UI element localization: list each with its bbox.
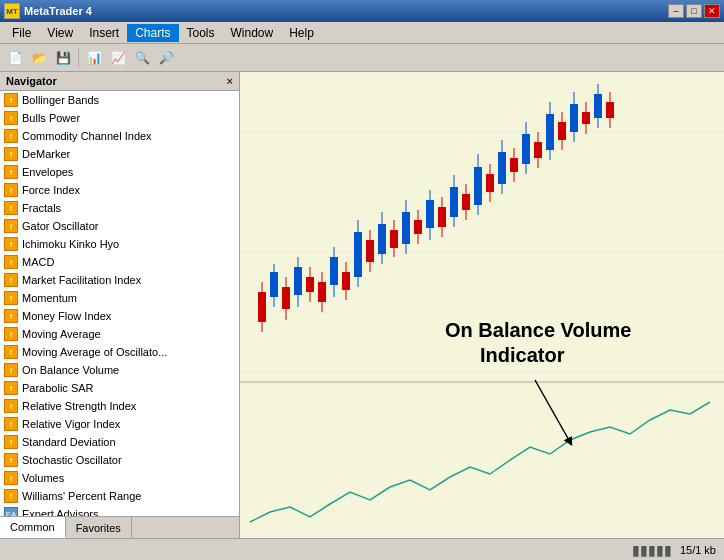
indicator-icon: f xyxy=(4,309,18,323)
indicator-icon: f xyxy=(4,471,18,485)
list-item[interactable]: f Williams' Percent Range xyxy=(0,487,239,505)
menu-help[interactable]: Help xyxy=(281,24,322,42)
nav-item-label: Fractals xyxy=(22,202,61,214)
list-item[interactable]: f Market Facilitation Index xyxy=(0,271,239,289)
nav-item-label: Bollinger Bands xyxy=(22,94,99,106)
list-item[interactable]: f DeMarker xyxy=(0,145,239,163)
nav-item-label: Force Index xyxy=(22,184,80,196)
list-item[interactable]: f Commodity Channel Index xyxy=(0,127,239,145)
menu-window[interactable]: Window xyxy=(223,24,282,42)
list-item[interactable]: EA Expert Advisors xyxy=(0,505,239,516)
nav-item-label: Williams' Percent Range xyxy=(22,490,141,502)
nav-item-label: Envelopes xyxy=(22,166,73,178)
nav-item-label: Moving Average of Oscillato... xyxy=(22,346,167,358)
list-item[interactable]: f Bollinger Bands xyxy=(0,91,239,109)
nav-item-label: Ichimoku Kinko Hyo xyxy=(22,238,119,250)
status-info: 15/1 kb xyxy=(680,544,716,556)
nav-item-label: Gator Oscillator xyxy=(22,220,98,232)
list-item[interactable]: f Force Index xyxy=(0,181,239,199)
toolbar-chart2[interactable]: 📈 xyxy=(107,47,129,69)
title-bar-buttons: – □ ✕ xyxy=(668,4,720,18)
list-item[interactable]: f On Balance Volume xyxy=(0,361,239,379)
list-item[interactable]: f Bulls Power xyxy=(0,109,239,127)
svg-text:Indicator: Indicator xyxy=(480,344,565,366)
toolbar-chart1[interactable]: 📊 xyxy=(83,47,105,69)
navigator-tabs: Common Favorites xyxy=(0,516,239,538)
list-item[interactable]: f Parabolic SAR xyxy=(0,379,239,397)
toolbar-open[interactable]: 📂 xyxy=(28,47,50,69)
nav-item-label: On Balance Volume xyxy=(22,364,119,376)
close-button[interactable]: ✕ xyxy=(704,4,720,18)
list-item[interactable]: f Volumes xyxy=(0,469,239,487)
indicator-icon: f xyxy=(4,111,18,125)
list-item[interactable]: f Fractals xyxy=(0,199,239,217)
list-item[interactable]: f Relative Vigor Index xyxy=(0,415,239,433)
menu-bar: File View Insert Charts Tools Window Hel… xyxy=(0,22,724,44)
list-item[interactable]: f Stochastic Oscillator xyxy=(0,451,239,469)
navigator-title: Navigator xyxy=(6,75,57,87)
indicator-icon: f xyxy=(4,201,18,215)
indicator-icon: f xyxy=(4,165,18,179)
navigator-panel: Navigator × f Bollinger Bands f Bulls Po… xyxy=(0,72,240,538)
list-item[interactable]: f Ichimoku Kinko Hyo xyxy=(0,235,239,253)
menu-view[interactable]: View xyxy=(39,24,81,42)
main-area: Navigator × f Bollinger Bands f Bulls Po… xyxy=(0,72,724,538)
title-bar-text: MetaTrader 4 xyxy=(24,5,92,17)
menu-file[interactable]: File xyxy=(4,24,39,42)
indicator-icon: f xyxy=(4,291,18,305)
toolbar-zoom-out[interactable]: 🔎 xyxy=(155,47,177,69)
toolbar-new[interactable]: 📄 xyxy=(4,47,26,69)
navigator-list[interactable]: f Bollinger Bands f Bulls Power f Commod… xyxy=(0,91,239,516)
nav-item-label: Market Facilitation Index xyxy=(22,274,141,286)
indicator-icon: f xyxy=(4,273,18,287)
nav-item-label: Momentum xyxy=(22,292,77,304)
list-item[interactable]: f Momentum xyxy=(0,289,239,307)
indicator-icon: f xyxy=(4,327,18,341)
list-item[interactable]: f Standard Deviation xyxy=(0,433,239,451)
title-bar: MT MetaTrader 4 – □ ✕ xyxy=(0,0,724,22)
list-item[interactable]: f Relative Strength Index xyxy=(0,397,239,415)
tab-common[interactable]: Common xyxy=(0,517,66,538)
nav-item-label: Commodity Channel Index xyxy=(22,130,152,142)
list-item[interactable]: f Moving Average of Oscillato... xyxy=(0,343,239,361)
nav-item-label: Volumes xyxy=(22,472,64,484)
nav-item-label: Money Flow Index xyxy=(22,310,111,322)
indicator-icon: f xyxy=(4,381,18,395)
nav-item-label: Standard Deviation xyxy=(22,436,116,448)
navigator-header: Navigator × xyxy=(0,72,239,91)
tab-favorites[interactable]: Favorites xyxy=(66,517,132,538)
status-bar: ▮▮▮▮▮ 15/1 kb xyxy=(0,538,724,560)
list-item[interactable]: f Moving Average xyxy=(0,325,239,343)
nav-item-label: Relative Strength Index xyxy=(22,400,136,412)
toolbar-save[interactable]: 💾 xyxy=(52,47,74,69)
nav-item-label: MACD xyxy=(22,256,54,268)
list-item[interactable]: f MACD xyxy=(0,253,239,271)
menu-insert[interactable]: Insert xyxy=(81,24,127,42)
indicator-icon: f xyxy=(4,453,18,467)
svg-rect-0 xyxy=(240,72,724,538)
toolbar: 📄 📂 💾 📊 📈 🔍 🔎 xyxy=(0,44,724,72)
nav-item-label: Stochastic Oscillator xyxy=(22,454,122,466)
indicator-icon: f xyxy=(4,183,18,197)
nav-item-label: Moving Average xyxy=(22,328,101,340)
maximize-button[interactable]: □ xyxy=(686,4,702,18)
navigator-close-button[interactable]: × xyxy=(227,75,233,87)
menu-charts[interactable]: Charts xyxy=(127,24,178,42)
list-item[interactable]: f Gator Oscillator xyxy=(0,217,239,235)
nav-item-label: Parabolic SAR xyxy=(22,382,94,394)
indicator-icon: f xyxy=(4,435,18,449)
menu-tools[interactable]: Tools xyxy=(179,24,223,42)
indicator-icon: f xyxy=(4,147,18,161)
indicator-icon: f xyxy=(4,237,18,251)
indicator-icon: f xyxy=(4,417,18,431)
bar-chart-icon: ▮▮▮▮▮ xyxy=(632,542,672,558)
toolbar-zoom-in[interactable]: 🔍 xyxy=(131,47,153,69)
nav-item-label: Bulls Power xyxy=(22,112,80,124)
svg-text:On Balance Volume: On Balance Volume xyxy=(445,319,631,341)
list-item[interactable]: f Envelopes xyxy=(0,163,239,181)
indicator-icon: f xyxy=(4,219,18,233)
list-item[interactable]: f Money Flow Index xyxy=(0,307,239,325)
app-icon: MT xyxy=(4,3,20,19)
nav-item-label: Expert Advisors xyxy=(22,508,98,516)
minimize-button[interactable]: – xyxy=(668,4,684,18)
